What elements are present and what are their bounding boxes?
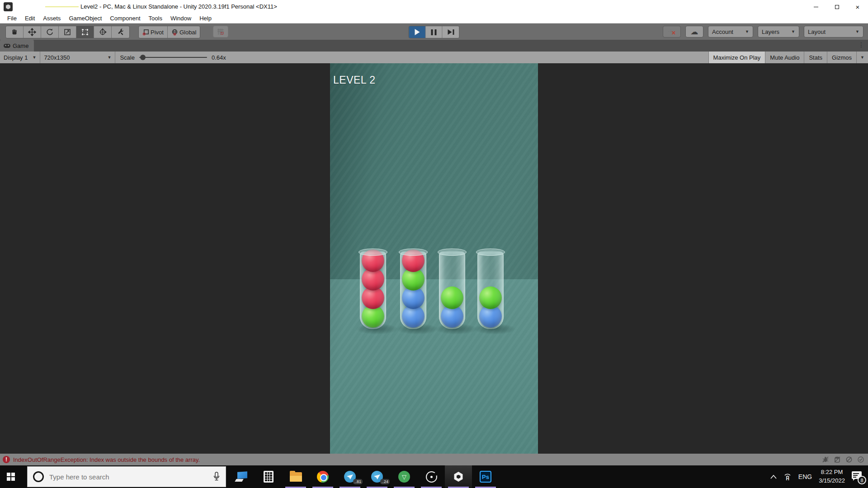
refresh-disabled-icon[interactable] [845, 456, 853, 463]
hotspot-network-icon[interactable]: H [783, 472, 792, 481]
menu-tools[interactable]: Tools [145, 14, 166, 23]
display-dropdown[interactable]: Display 1 ▼ [0, 52, 40, 63]
layers-dropdown[interactable]: Layers▼ [758, 26, 799, 38]
recorder-icon [426, 471, 437, 483]
notification-center-button[interactable]: 8 [852, 470, 865, 483]
maximize-icon [835, 5, 839, 9]
taskbar-unity[interactable] [445, 465, 472, 488]
taskbar-telegram-2[interactable]: ..24 [363, 465, 391, 488]
close-button[interactable]: × [847, 0, 868, 14]
cache-server-icon[interactable] [834, 456, 841, 463]
menu-gameobject[interactable]: GameObject [65, 14, 106, 23]
taskbar-calculator[interactable] [255, 465, 282, 488]
tube-2[interactable] [400, 249, 426, 329]
taskbar-photoshop[interactable]: Ps [472, 465, 499, 488]
menu-help[interactable]: Help [195, 14, 216, 23]
error-icon: ! [3, 456, 10, 463]
taskbar-this-pc[interactable] [228, 465, 255, 488]
layout-label: Layout [808, 28, 826, 35]
title-highlight-line [45, 6, 79, 7]
play-button[interactable] [409, 26, 426, 38]
transform-tool-button[interactable] [94, 26, 112, 38]
stats-label: Stats [809, 54, 822, 61]
account-label: Account [712, 28, 733, 35]
move-tool-button[interactable] [24, 26, 41, 38]
taskbar-telegram[interactable]: ..81 [336, 465, 363, 488]
system-tray: H ENG 8:22 PM 3/15/2022 8 [770, 465, 865, 488]
minimize-icon [814, 7, 818, 7]
tube-1[interactable] [360, 249, 386, 329]
chevron-down-icon: ▼ [791, 29, 795, 34]
rotate-tool-button[interactable] [41, 26, 59, 38]
custom-tools-button[interactable] [112, 26, 129, 38]
mute-audio-toggle[interactable]: Mute Audio [765, 52, 804, 63]
taskbar-vpn[interactable]: ▽ [391, 465, 418, 488]
grid-snap-button[interactable] [213, 26, 228, 38]
search-input[interactable] [49, 473, 208, 481]
gizmos-toggle[interactable]: Gizmos [827, 52, 856, 63]
gizmos-dropdown[interactable]: ▼ [856, 52, 868, 63]
scale-slider-knob[interactable] [140, 55, 146, 60]
pause-icon [431, 29, 437, 35]
tray-expand-chevron[interactable] [770, 475, 777, 479]
taskbar-file-explorer[interactable] [282, 465, 309, 488]
menu-file[interactable]: File [3, 14, 21, 23]
status-bar[interactable]: ! IndexOutOfRangeException: Index was ou… [0, 454, 868, 465]
svg-text:H: H [786, 476, 789, 481]
unread-badge: ..81 [353, 479, 363, 484]
layers-label: Layers [762, 28, 779, 35]
tube-rim [399, 249, 428, 256]
stats-toggle[interactable]: Stats [804, 52, 827, 63]
menu-component[interactable]: Component [106, 14, 144, 23]
scale-label: Scale [120, 54, 135, 61]
scale-slider[interactable] [139, 57, 207, 58]
maximize-on-play-toggle[interactable]: Maximize On Play [708, 52, 765, 63]
taskbar-apps: ..81 ..24 ▽ Ps [228, 465, 499, 488]
debugger-icon[interactable] [822, 456, 829, 463]
tab-game[interactable]: Game [0, 40, 34, 52]
cloud-button[interactable]: ☁ [685, 26, 703, 38]
taskbar-search[interactable] [27, 466, 226, 487]
menu-assets[interactable]: Assets [39, 14, 65, 23]
step-icon [448, 29, 454, 35]
rect-tool-button[interactable] [76, 26, 94, 38]
play-icon [415, 29, 420, 35]
account-dropdown[interactable]: Account▼ [708, 26, 753, 38]
minimize-button[interactable] [806, 0, 826, 14]
scale-tool-button[interactable] [59, 26, 76, 38]
maximize-button[interactable] [826, 0, 847, 14]
step-button[interactable] [443, 26, 459, 38]
hand-tool-button[interactable] [6, 26, 24, 38]
cloud-icon: ☁ [691, 27, 698, 37]
taskbar-screen-recorder[interactable] [418, 465, 445, 488]
pause-button[interactable] [426, 26, 443, 38]
global-button[interactable]: Global [168, 26, 200, 38]
game-view-toolbar: Display 1 ▼ 720x1350 ▼ Scale 0.64x Maxim… [0, 52, 868, 63]
scale-icon [63, 28, 71, 36]
tube-3[interactable] [439, 249, 465, 329]
resolution-dropdown[interactable]: 720x1350 ▼ [40, 52, 115, 63]
chevron-down-icon: ▼ [32, 55, 36, 60]
main-toolbar: Pivot Global ✕ ☁ Account▼ Layers▼ Layout… [0, 23, 868, 40]
tube-4[interactable] [477, 249, 504, 329]
clock[interactable]: 8:22 PM 3/15/2022 [819, 468, 845, 485]
collab-button[interactable]: ✕ [663, 26, 681, 38]
menu-window[interactable]: Window [166, 14, 195, 23]
microphone-icon[interactable] [213, 472, 220, 482]
mute-audio-label: Mute Audio [770, 54, 799, 61]
notification-count-badge: 8 [858, 476, 866, 484]
pivot-icon [142, 29, 149, 36]
start-button[interactable] [0, 465, 22, 488]
unity-app-icon [4, 2, 13, 11]
hand-icon [10, 28, 19, 36]
language-indicator[interactable]: ENG [798, 473, 812, 480]
transform-icon [99, 28, 107, 36]
title-bar: Level2 - PC, Mac & Linux Standalone - Un… [0, 0, 868, 14]
pivot-button[interactable]: Pivot [139, 26, 168, 38]
layout-dropdown[interactable]: Layout▼ [804, 26, 863, 38]
menu-edit[interactable]: Edit [21, 14, 39, 23]
progress-check-icon[interactable] [857, 456, 864, 463]
panel-menu-icon[interactable]: ⋮ [858, 41, 864, 48]
unity-icon [453, 472, 463, 482]
taskbar-chrome[interactable] [309, 465, 336, 488]
